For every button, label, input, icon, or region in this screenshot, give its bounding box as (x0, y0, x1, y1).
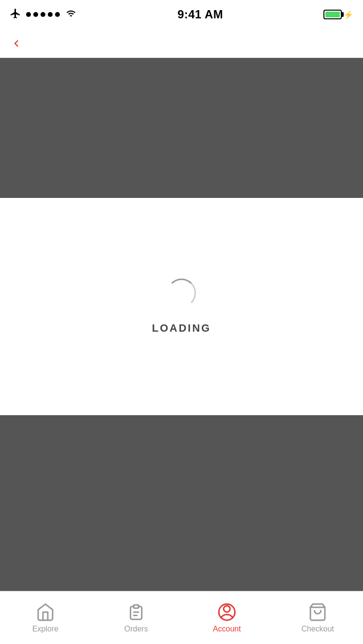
tab-checkout[interactable]: Checkout (272, 591, 363, 644)
status-bar: 9:41 AM ⚡ (0, 0, 363, 29)
status-right: ⚡ (323, 10, 353, 19)
tab-orders-label: Orders (125, 625, 148, 633)
bag-icon (308, 602, 327, 622)
home-icon (36, 602, 55, 622)
wifi-icon (65, 9, 77, 20)
tab-orders[interactable]: Orders (91, 591, 182, 644)
tab-account-label: Account (213, 625, 241, 633)
status-left (10, 8, 77, 22)
dark-section-top (0, 58, 363, 198)
clipboard-icon (126, 602, 146, 622)
tab-account[interactable]: Account (182, 591, 272, 644)
battery-container: ⚡ (323, 10, 353, 19)
tab-explore-label: Explore (32, 625, 58, 633)
loading-section: LOADING (0, 198, 363, 415)
signal-dots (26, 12, 60, 17)
account-icon (217, 602, 237, 622)
status-time: 9:41 AM (178, 8, 223, 21)
airplane-icon (10, 8, 21, 22)
loading-text: LOADING (152, 322, 211, 335)
tab-checkout-label: Checkout (301, 625, 334, 633)
battery-icon (323, 10, 342, 19)
battery-fill (325, 12, 340, 17)
tab-explore[interactable]: Explore (0, 591, 91, 644)
loading-spinner (167, 279, 196, 308)
svg-rect-0 (134, 605, 139, 608)
svg-point-3 (223, 605, 230, 612)
dark-section-bottom (0, 415, 363, 591)
tab-bar: Explore Orders Account (0, 591, 363, 644)
back-button[interactable] (10, 35, 23, 52)
nav-bar (0, 29, 363, 58)
battery-bolt-icon: ⚡ (344, 10, 353, 19)
